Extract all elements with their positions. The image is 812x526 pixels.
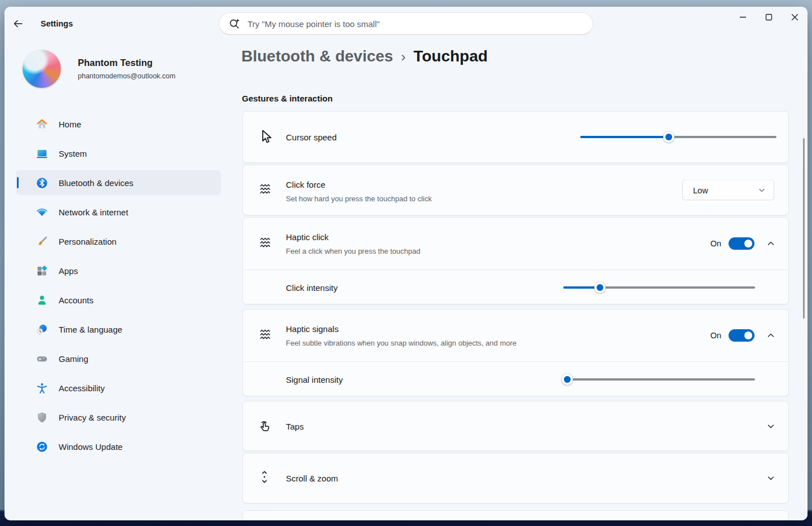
haptic-click-collapse-button[interactable] [762, 235, 779, 252]
user-name: Phantom Testing [78, 58, 153, 68]
window-controls [730, 7, 807, 28]
cursor-icon [257, 129, 274, 145]
tap-gesture-icon [257, 418, 274, 435]
bluetooth-icon [36, 177, 48, 189]
chevron-up-icon [766, 331, 775, 340]
breadcrumb-parent[interactable]: Bluetooth & devices [241, 47, 393, 65]
scroll-arrows-icon [257, 470, 274, 487]
sidebar-item-personalization[interactable]: Personalization [16, 229, 221, 254]
sidebar-item-apps[interactable]: Apps [16, 258, 221, 283]
breadcrumb-separator-icon: › [401, 48, 405, 65]
haptic-click-toggle[interactable] [729, 237, 754, 250]
minimize-button[interactable] [730, 7, 756, 28]
back-arrow-icon [12, 18, 24, 29]
slider-track[interactable] [563, 378, 755, 381]
sidebar-item-network-internet[interactable]: Network & internet [16, 200, 221, 224]
haptic-waves-icon [257, 327, 274, 344]
signal-intensity-row: Signal intensity [243, 362, 788, 397]
click-intensity-slider[interactable] [563, 282, 755, 293]
haptic-signals-description: Feel subtle vibrations when you snap win… [286, 339, 517, 347]
haptic-click-label: Haptic click [286, 232, 329, 242]
apps-icon [36, 265, 48, 277]
click-force-row: Click force Set how hard you press the t… [243, 165, 788, 215]
click-force-label: Click force [286, 180, 325, 189]
click-force-dropdown-value: Low [693, 185, 708, 195]
search-input[interactable] [248, 19, 584, 29]
scroll-zoom-card: Scroll & zoom [242, 453, 789, 503]
sidebar-item-gaming[interactable]: Gaming [16, 346, 221, 371]
sidebar-item-accessibility[interactable]: Accessibility [16, 375, 221, 400]
slider-thumb[interactable] [594, 282, 606, 293]
sidebar-item-bluetooth-devices[interactable]: Bluetooth & devices [16, 170, 221, 195]
privacy-security-icon [36, 412, 48, 423]
signal-intensity-slider[interactable] [563, 374, 755, 385]
home-icon [36, 118, 48, 130]
click-intensity-label: Click intensity [286, 283, 338, 293]
sidebar-item-accounts[interactable]: Accounts [16, 288, 221, 312]
settings-window: Settings Phantom Testing phantomodemos@o… [5, 7, 807, 520]
breadcrumb: Bluetooth & devices › Touchpad [241, 47, 488, 65]
sidebar-item-time-language[interactable]: Time & language [16, 317, 221, 342]
back-button[interactable] [12, 14, 34, 34]
cursor-speed-row: Cursor speed [243, 112, 788, 162]
sidebar-item-system[interactable]: System [16, 141, 221, 166]
haptic-click-toggle-group: On [710, 237, 754, 250]
haptic-click-header-row[interactable]: Haptic click Feel a click when you press… [243, 218, 788, 269]
haptic-waves-icon [257, 235, 274, 252]
cursor-speed-card: Cursor speed [242, 111, 789, 163]
windows-update-icon [36, 441, 48, 453]
accessibility-icon [36, 382, 48, 394]
user-profile[interactable]: Phantom Testing phantomodemos@outlook.co… [18, 50, 221, 89]
next-card-partial [242, 510, 789, 520]
maximize-button[interactable] [756, 7, 782, 28]
accounts-icon [36, 294, 48, 306]
gaming-icon [36, 353, 48, 365]
time-language-icon [36, 324, 48, 335]
toggle-knob [744, 240, 752, 247]
sidebar-nav: Home System Bluetooth & devices [16, 112, 221, 459]
haptic-click-card: Haptic click Feel a click when you press… [242, 217, 789, 304]
haptic-signals-collapse-button[interactable] [762, 327, 779, 344]
cursor-speed-label: Cursor speed [286, 132, 337, 142]
signal-intensity-label: Signal intensity [286, 375, 343, 384]
scroll-zoom-expand-button[interactable] [762, 470, 779, 487]
section-heading: Gestures & interaction [242, 94, 333, 103]
haptic-click-description: Feel a click when you press the touchpad [286, 247, 420, 255]
haptic-signals-card: Haptic signals Feel subtle vibrations wh… [242, 309, 789, 396]
sidebar-item-home[interactable]: Home [16, 112, 221, 136]
click-force-card: Click force Set how hard you press the t… [242, 165, 789, 215]
haptic-signals-header-row[interactable]: Haptic signals Feel subtle vibrations wh… [243, 310, 788, 361]
taps-expand-button[interactable] [762, 418, 779, 435]
taps-label: Taps [286, 421, 304, 431]
page-title: Touchpad [413, 47, 488, 65]
slider-thumb[interactable] [562, 374, 573, 385]
close-button[interactable] [782, 7, 807, 28]
network-icon [36, 206, 48, 218]
scroll-zoom-label: Scroll & zoom [286, 474, 338, 483]
haptic-signals-toggle-label: On [710, 331, 721, 340]
haptic-signals-label: Haptic signals [286, 324, 338, 334]
chevron-down-icon [766, 422, 775, 431]
app-title: Settings [41, 19, 73, 28]
sidebar-item-windows-update[interactable]: Windows Update [16, 434, 221, 459]
cursor-speed-slider[interactable] [580, 131, 776, 143]
user-email: phantomodemos@outlook.com [78, 72, 175, 80]
scroll-zoom-header-row[interactable]: Scroll & zoom [243, 453, 788, 503]
haptic-click-toggle-label: On [710, 239, 721, 248]
sidebar-item-privacy-security[interactable]: Privacy & security [16, 405, 221, 430]
haptic-waves-icon [257, 182, 274, 198]
slider-fill [580, 136, 669, 138]
vertical-scrollbar[interactable] [803, 138, 805, 319]
toggle-knob [744, 331, 752, 339]
taps-card: Taps [242, 401, 789, 451]
search-box[interactable] [219, 12, 593, 35]
taps-header-row[interactable]: Taps [243, 401, 788, 450]
click-force-dropdown[interactable]: Low [682, 180, 774, 201]
click-force-description: Set how hard you press the touchpad to c… [286, 195, 432, 203]
chevron-down-icon [758, 186, 766, 194]
haptic-signals-toggle[interactable] [729, 329, 754, 342]
avatar [23, 50, 61, 88]
slider-thumb[interactable] [663, 131, 674, 143]
haptic-signals-toggle-group: On [710, 329, 754, 342]
system-icon [36, 148, 48, 160]
